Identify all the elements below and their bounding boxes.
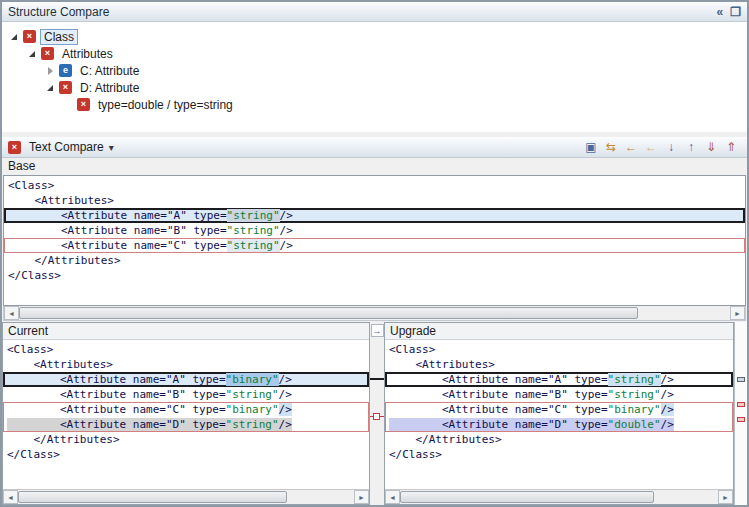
code-segment: <Class>	[8, 179, 54, 192]
upgrade-pane-label: Upgrade	[385, 323, 733, 340]
scrollbar-track[interactable]	[18, 490, 354, 504]
upgrade-code[interactable]: <Class> <Attributes> <Attribute name="A"…	[385, 340, 733, 489]
code-line[interactable]: </Class>	[4, 268, 745, 283]
code-line[interactable]: </Attributes>	[3, 432, 369, 447]
tree-item-label: C: Attribute	[76, 63, 143, 79]
code-segment: </Attributes>	[7, 433, 120, 446]
code-segment: "string"	[608, 373, 661, 386]
code-line[interactable]: </Class>	[385, 447, 733, 462]
conflict-icon: ×	[41, 47, 54, 60]
code-segment: <Attribute name="A" type=	[389, 373, 608, 386]
scroll-right-button[interactable]: ►	[730, 306, 745, 320]
tree-item[interactable]: ×type=double / type=string	[2, 96, 747, 113]
code-line[interactable]: <Attribute name="A" type="string"/>	[385, 372, 733, 387]
code-line[interactable]: </Attributes>	[4, 253, 745, 268]
expanded-expander-icon[interactable]	[46, 83, 56, 93]
collapsed-expander-icon[interactable]	[46, 66, 56, 76]
tree-item[interactable]: ×Class	[2, 28, 747, 45]
code-segment: />	[279, 418, 292, 431]
base-hscrollbar[interactable]: ◄ ►	[3, 306, 746, 321]
code-segment: </Class>	[389, 448, 442, 461]
code-line[interactable]: <Attributes>	[4, 193, 745, 208]
toggle-ancestor-pane-icon[interactable]: ▣	[581, 139, 601, 156]
code-segment: "string"	[226, 418, 279, 431]
previous-change-icon[interactable]: ⇑	[721, 139, 741, 156]
scroll-right-button[interactable]: ►	[354, 490, 369, 504]
code-segment: "binary"	[226, 373, 279, 386]
scroll-left-button[interactable]: ◄	[4, 306, 19, 320]
code-line[interactable]: <Class>	[3, 342, 369, 357]
structure-tree[interactable]: ×Class×AttributeseC: Attribute×D: Attrib…	[2, 22, 747, 132]
selected-diff-marker[interactable]	[737, 377, 745, 382]
code-line[interactable]: <Attributes>	[3, 357, 369, 372]
scroll-left-button[interactable]: ◄	[3, 490, 18, 504]
current-hscrollbar[interactable]: ◄ ►	[3, 489, 369, 504]
copy-current-right-to-left-icon[interactable]: ←	[621, 139, 641, 156]
tree-item-label: Attributes	[58, 46, 117, 62]
code-line[interactable]: <Attribute name="B" type="string"/>	[3, 387, 369, 402]
code-line[interactable]: <Attribute name="A" type="binary"/>	[3, 372, 369, 387]
text-compare-header: × Text Compare ▾ ▣⇆←←↓↑⇓⇑	[2, 137, 747, 158]
code-line[interactable]: <Attribute name="D" type="double"/>	[385, 417, 733, 432]
code-segment: <Attribute name="C" type=	[8, 239, 227, 252]
code-line[interactable]: <Attribute name="C" type="binary"/>	[3, 402, 369, 417]
code-line[interactable]: <Attribute name="A" type="string"/>	[4, 208, 745, 223]
code-line[interactable]: <Attribute name="C" type="string"/>	[4, 238, 745, 253]
scroll-right-button[interactable]: ►	[718, 490, 733, 504]
code-line[interactable]: <Attribute name="C" type="binary"/>	[385, 402, 733, 417]
code-line[interactable]: <Class>	[385, 342, 733, 357]
text-compare-title: Text Compare	[29, 140, 104, 154]
code-line[interactable]: <Class>	[4, 178, 745, 193]
next-difference-icon[interactable]: ↓	[661, 139, 681, 156]
code-line[interactable]: </Class>	[3, 447, 369, 462]
code-segment: </Attributes>	[389, 433, 502, 446]
expanded-expander-icon[interactable]	[10, 32, 20, 42]
previous-difference-icon[interactable]: ↑	[681, 139, 701, 156]
tree-item[interactable]: eC: Attribute	[2, 62, 747, 79]
conflict-icon: ×	[59, 81, 72, 94]
code-line[interactable]: <Attribute name="B" type="string"/>	[385, 387, 733, 402]
scroll-left-button[interactable]: ◄	[385, 490, 400, 504]
overview-ruler[interactable]	[734, 322, 747, 505]
dropdown-caret-icon[interactable]: ▾	[109, 142, 114, 153]
code-segment: <Attributes>	[389, 358, 495, 371]
code-line[interactable]: <Attribute name="D" type="string"/>	[3, 417, 369, 432]
scrollbar-track[interactable]	[19, 306, 730, 320]
conflict-icon: ×	[23, 30, 36, 43]
selected-diff-connector[interactable]	[370, 378, 384, 380]
copy-all-right-to-left-icon[interactable]: ⇆	[601, 139, 621, 156]
scrollbar-track[interactable]	[400, 490, 718, 504]
base-code[interactable]: <Class> <Attributes> <Attribute name="A"…	[3, 175, 746, 306]
code-segment: </Class>	[7, 448, 60, 461]
restore-icon[interactable]: ❐	[730, 5, 741, 19]
code-segment: "string"	[227, 224, 280, 237]
conflict-marker[interactable]	[737, 402, 745, 407]
structure-compare-header: Structure Compare « ❐	[2, 2, 747, 22]
merge-direction-icon[interactable]: →	[371, 324, 384, 337]
scrollbar-thumb[interactable]	[19, 307, 638, 319]
code-segment: />	[279, 403, 292, 416]
upgrade-hscrollbar[interactable]: ◄ ►	[385, 489, 733, 504]
conflict-marker[interactable]	[737, 417, 745, 422]
current-code[interactable]: <Class> <Attributes> <Attribute name="A"…	[3, 340, 369, 489]
code-line[interactable]: </Attributes>	[385, 432, 733, 447]
compare-editor-window: Structure Compare « ❐ ×Class×Attributese…	[0, 0, 749, 507]
expanded-expander-icon[interactable]	[28, 49, 38, 59]
scrollbar-thumb[interactable]	[400, 491, 654, 503]
next-change-icon[interactable]: ⇓	[701, 139, 721, 156]
code-line[interactable]: <Attributes>	[385, 357, 733, 372]
code-segment: />	[280, 224, 293, 237]
upgrade-pane: Upgrade <Class> <Attributes> <Attribute …	[384, 322, 734, 505]
element-icon: e	[59, 64, 72, 77]
collapse-icon[interactable]: «	[717, 5, 724, 19]
diff-gutter: →	[370, 322, 384, 505]
code-segment: "double"	[608, 418, 661, 431]
scrollbar-thumb[interactable]	[18, 491, 287, 503]
conflict-resolve-handle[interactable]	[373, 413, 380, 420]
tree-item[interactable]: ×D: Attribute	[2, 79, 747, 96]
code-segment: <Attribute name="B" type=	[7, 388, 226, 401]
tree-item[interactable]: ×Attributes	[2, 45, 747, 62]
code-line[interactable]: <Attribute name="B" type="string"/>	[4, 223, 745, 238]
structure-compare-title: Structure Compare	[8, 5, 109, 19]
copy-current-left-to-right-icon[interactable]: ←	[641, 139, 661, 156]
